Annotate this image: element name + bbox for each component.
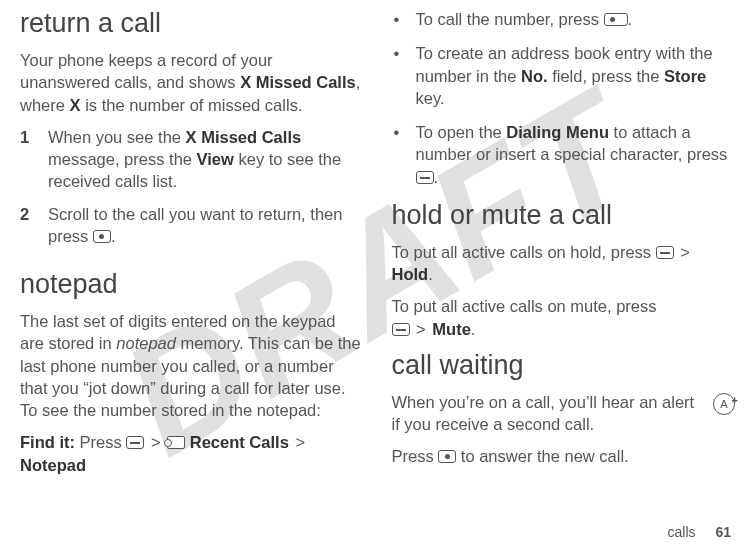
recent-calls-icon	[167, 436, 185, 449]
send-key-icon	[93, 230, 111, 243]
right-column: • To call the number, press . • To creat…	[392, 8, 736, 548]
text: Press	[392, 447, 439, 465]
text: .	[434, 168, 439, 186]
italic-notepad: notepad	[116, 334, 176, 352]
breadcrumb-separator: >	[295, 433, 305, 451]
para-mute: To put all active calls on mute, press >…	[392, 295, 736, 340]
heading-notepad: notepad	[20, 269, 364, 300]
para-return-intro: Your phone keeps a record of your unansw…	[20, 49, 364, 116]
list-body: To open the Dialing Menu to attach a num…	[416, 121, 736, 188]
list-item: • To open the Dialing Menu to attach a n…	[392, 121, 736, 188]
bold-dialing-menu: Dialing Menu	[506, 123, 609, 141]
bold-recent-calls: Recent Calls	[190, 433, 289, 451]
menu-key-icon	[416, 171, 434, 184]
text: When you see the	[48, 128, 186, 146]
find-it-line: Find it: Press > Recent Calls > Notepad	[20, 431, 364, 476]
step-number: 1	[20, 126, 48, 193]
text: .	[428, 265, 433, 283]
list-item: • To call the number, press .	[392, 8, 736, 30]
menu-key-icon	[392, 323, 410, 336]
breadcrumb-separator: >	[151, 433, 161, 451]
bold-x-missed-calls: X Missed Calls	[240, 73, 356, 91]
step-1: 1 When you see the X Missed Calls messag…	[20, 126, 364, 193]
text: When you’re on a call, you’ll hear an al…	[392, 393, 695, 433]
bold-notepad: Notepad	[20, 456, 86, 474]
step-2: 2 Scroll to the call you want to return,…	[20, 203, 364, 248]
bold-x: X	[70, 96, 81, 114]
step-body: When you see the X Missed Calls message,…	[48, 126, 364, 193]
bullet-icon: •	[392, 121, 416, 188]
breadcrumb-separator: >	[416, 320, 426, 338]
bullet-icon: •	[392, 8, 416, 30]
bold-mute: Mute	[432, 320, 471, 338]
list-item: • To create an address book entry with t…	[392, 42, 736, 109]
heading-hold-or-mute: hold or mute a call	[392, 200, 736, 231]
text: To call the number, press	[416, 10, 604, 28]
text: To put all active calls on hold, press	[392, 243, 656, 261]
text: .	[471, 320, 476, 338]
find-it-label: Find it:	[20, 433, 75, 451]
bold-hold: Hold	[392, 265, 429, 283]
text: To put all active calls on mute, press	[392, 297, 657, 315]
text: .	[111, 227, 116, 245]
send-key-icon	[438, 450, 456, 463]
breadcrumb-separator: >	[680, 243, 690, 261]
text: message, press the	[48, 150, 197, 168]
bold-view-key: View	[197, 150, 234, 168]
para-call-waiting-1: When you’re on a call, you’ll hear an al…	[392, 391, 736, 436]
text: is the number of missed calls.	[81, 96, 303, 114]
text: key.	[416, 89, 445, 107]
bold-x-missed-calls: X Missed Calls	[186, 128, 302, 146]
bold-store-key: Store	[664, 67, 706, 85]
text: To open the	[416, 123, 507, 141]
menu-key-icon	[656, 246, 674, 259]
bullet-icon: •	[392, 42, 416, 109]
para-hold: To put all active calls on hold, press >…	[392, 241, 736, 286]
para-notepad: The last set of digits entered on the ke…	[20, 310, 364, 421]
text: to answer the new call.	[456, 447, 628, 465]
left-column: return a call Your phone keeps a record …	[20, 8, 364, 548]
page-content: return a call Your phone keeps a record …	[0, 0, 755, 548]
list-body: To create an address book entry with the…	[416, 42, 736, 109]
list-body: To call the number, press .	[416, 8, 633, 30]
text: .	[628, 10, 633, 28]
step-number: 2	[20, 203, 48, 248]
bold-no-field: No.	[521, 67, 548, 85]
steps-list: 1 When you see the X Missed Calls messag…	[20, 126, 364, 257]
text: field, press the	[548, 67, 664, 85]
notepad-options-list: • To call the number, press . • To creat…	[392, 8, 736, 200]
step-body: Scroll to the call you want to return, t…	[48, 203, 364, 248]
heading-call-waiting: call waiting	[392, 350, 736, 381]
para-call-waiting-2: Press to answer the new call.	[392, 445, 736, 467]
text: Press	[75, 433, 126, 451]
send-key-icon	[604, 13, 628, 26]
network-feature-icon: A	[713, 393, 735, 415]
heading-return-a-call: return a call	[20, 8, 364, 39]
text: Your phone keeps a record of your unansw…	[20, 51, 273, 91]
menu-key-icon	[126, 436, 144, 449]
